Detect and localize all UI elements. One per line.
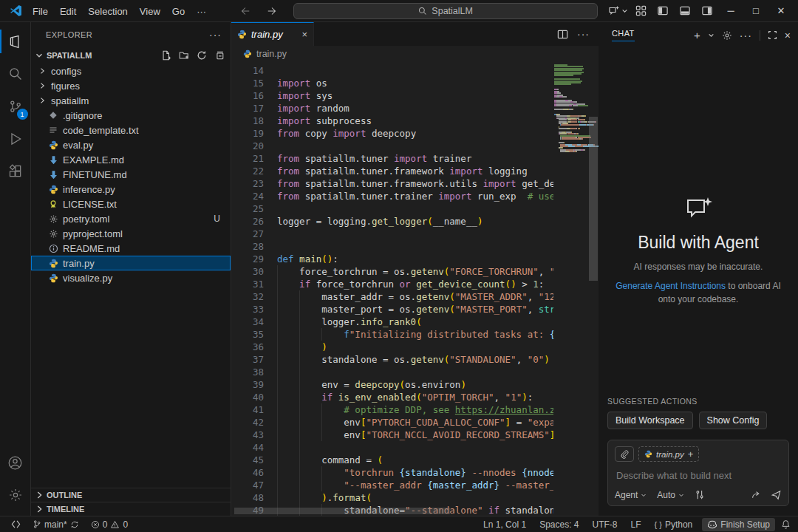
code-line-33[interactable]: 33 master_port = os.getenv("MASTER_PORT"… (231, 303, 553, 316)
collapse-all-icon[interactable] (214, 50, 225, 61)
mode-dropdown[interactable]: Agent (615, 490, 647, 500)
attach-context-button[interactable] (615, 446, 634, 462)
menu-[interactable]: ··· (191, 4, 212, 19)
build-workspace-button[interactable]: Build Workspace (607, 412, 693, 429)
code-line-28[interactable]: 28 (231, 240, 553, 253)
show-config-button[interactable]: Show Config (699, 412, 768, 429)
toggle-panel-icon[interactable] (675, 3, 695, 19)
model-dropdown[interactable]: Auto (657, 490, 684, 500)
code-line-25[interactable]: 25 (231, 202, 553, 215)
editor-more-actions[interactable]: ··· (577, 28, 590, 40)
code-line-47[interactable]: 47 "--master_addr {master_addr} --master… (231, 479, 553, 491)
code-line-14[interactable]: 14 (231, 64, 553, 77)
encoding[interactable]: UTF-8 (589, 516, 621, 532)
tree-item-finetune-md[interactable]: FINETUNE.md (31, 167, 231, 182)
code-line-19[interactable]: 19from copy import deepcopy (231, 127, 553, 140)
menu-selection[interactable]: Selection (82, 4, 133, 19)
code-line-15[interactable]: 15import os (231, 77, 553, 89)
toggle-sidebar-left-icon[interactable] (653, 3, 672, 19)
tree-item-inference-py[interactable]: inference.py (31, 182, 231, 197)
problems-indicator[interactable]: 0 0 (87, 516, 132, 532)
tree-item-visualize-py[interactable]: visualize.py (31, 270, 231, 285)
code-line-30[interactable]: 30 force_torchrun = os.getenv("FORCE_TOR… (231, 265, 553, 278)
tree-item-example-md[interactable]: EXAMPLE.md (31, 152, 231, 167)
back-arrow-icon[interactable] (236, 3, 255, 19)
copilot-finish-setup[interactable]: Finish Setup (702, 518, 775, 531)
menu-view[interactable]: View (134, 4, 166, 19)
code-line-48[interactable]: 48 ).format( (231, 491, 553, 504)
horizontal-scrollbar-thumb[interactable] (234, 508, 450, 514)
code-line-38[interactable]: 38 (231, 366, 553, 378)
chevron-down-icon[interactable] (708, 32, 715, 38)
menu-edit[interactable]: Edit (54, 4, 82, 19)
minimize-button[interactable]: ─ (720, 1, 742, 21)
tree-item--gitignore[interactable]: .gitignore (31, 108, 231, 123)
add-context-icon[interactable]: + (688, 449, 694, 460)
remote-indicator[interactable] (7, 516, 24, 532)
code-line-18[interactable]: 18import subprocess (231, 115, 553, 127)
code-line-26[interactable]: 26logger = logging.get_logger(__name__) (231, 215, 553, 228)
close-button[interactable]: ✕ (770, 1, 792, 21)
code-line-40[interactable]: 40 if is_env_enabled("OPTIM_TORCH", "1")… (231, 391, 553, 403)
code-line-37[interactable]: 37 standalone = os.getenv("STANDALONE", … (231, 353, 553, 366)
horizontal-scrollbar[interactable] (231, 508, 553, 514)
chat-input-box[interactable]: train.py + Describe what to build next A… (607, 440, 789, 506)
sync-icon[interactable] (70, 520, 79, 529)
code-line-16[interactable]: 16import sys (231, 89, 553, 102)
section-timeline[interactable]: TIMELINE (31, 502, 231, 516)
new-chat-button[interactable]: + (694, 29, 700, 41)
code-line-34[interactable]: 34 logger.info_rank0( (231, 316, 553, 328)
code-line-17[interactable]: 17import random (231, 102, 553, 115)
activity-source-control-icon[interactable]: 1 (0, 90, 31, 123)
code-line-46[interactable]: 46 "torchrun {standalone} --nnodes {nnod… (231, 466, 553, 479)
git-branch-indicator[interactable]: main* (29, 516, 83, 532)
code-line-35[interactable]: 35 f"Initializing distributed tasks at: … (231, 328, 553, 341)
vertical-scrollbar[interactable] (588, 62, 598, 516)
code-line-23[interactable]: 23from spatiallm.tuner.framework.utils i… (231, 177, 553, 190)
new-folder-icon[interactable] (179, 50, 189, 61)
activity-extensions-icon[interactable] (0, 155, 31, 188)
eol-sequence[interactable]: LF (627, 516, 645, 532)
generate-instructions-link[interactable]: Generate Agent Instructions (615, 281, 726, 291)
tree-item-code-template-txt[interactable]: code_template.txt (31, 123, 231, 137)
split-editor-icon[interactable] (557, 29, 568, 40)
code-line-24[interactable]: 24from spatiallm.tuner.trainer import ru… (231, 190, 553, 202)
cursor-position[interactable]: Ln 1, Col 1 (480, 516, 530, 532)
section-outline[interactable]: OUTLINE (31, 488, 231, 502)
language-mode[interactable]: { } Python (651, 516, 697, 532)
code-line-31[interactable]: 31 if force_torchrun or get_device_count… (231, 278, 553, 290)
code-line-20[interactable]: 20 (231, 140, 553, 152)
tree-item-poetry-toml[interactable]: poetry.tomlU (31, 211, 231, 226)
activity-settings-icon[interactable] (0, 479, 31, 511)
code-line-39[interactable]: 39 env = deepcopy(os.environ) (231, 378, 553, 391)
chat-input-placeholder[interactable]: Describe what to build next (616, 470, 780, 481)
tab-train-py[interactable]: train.py × (231, 22, 314, 46)
tree-item-configs[interactable]: configs (31, 64, 231, 78)
vertical-scrollbar-thumb[interactable] (589, 117, 598, 281)
tree-item-eval-py[interactable]: eval.py (31, 137, 231, 152)
code-line-21[interactable]: 21from spatiallm.tuner import trainer (231, 152, 553, 165)
copilot-menu-button[interactable] (608, 5, 628, 17)
tree-item-train-py[interactable]: train.py (31, 256, 231, 270)
tree-item-spatiallm[interactable]: spatiallm (31, 93, 231, 108)
explorer-more-actions[interactable]: ··· (209, 29, 222, 41)
code-line-29[interactable]: 29def main(): (231, 253, 553, 265)
customize-layout-icon[interactable] (631, 3, 650, 19)
breadcrumb[interactable]: train.py (231, 46, 598, 62)
context-chip-train-py[interactable]: train.py + (638, 446, 699, 462)
maximize-panel-icon[interactable] (768, 30, 777, 40)
tree-item-readme-md[interactable]: README.md (31, 241, 231, 256)
activity-account-icon[interactable] (0, 446, 31, 479)
activity-run-debug-icon[interactable] (0, 123, 31, 155)
refresh-icon[interactable] (197, 50, 207, 61)
toggle-sidebar-right-icon[interactable] (698, 3, 717, 19)
new-file-icon[interactable] (161, 50, 171, 61)
activity-explorer-icon[interactable] (0, 25, 31, 58)
command-center-search[interactable]: SpatialLM (293, 3, 598, 19)
code-line-36[interactable]: 36 ) (231, 341, 553, 353)
tools-icon[interactable] (695, 490, 705, 500)
minimap[interactable] (553, 62, 588, 516)
bell-icon[interactable] (781, 519, 791, 529)
code-line-45[interactable]: 45 command = ( (231, 454, 553, 466)
activity-search-icon[interactable] (0, 58, 31, 90)
